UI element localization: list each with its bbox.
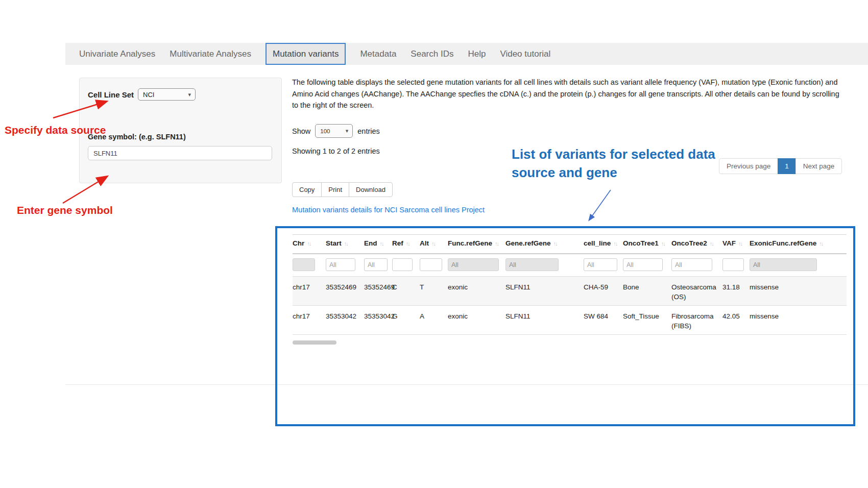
copy-button[interactable]: Copy: [292, 182, 322, 197]
sort-icon[interactable]: ↑↓: [738, 240, 742, 247]
filter-input-start[interactable]: [326, 258, 355, 271]
sort-icon[interactable]: ↑↓: [307, 240, 310, 247]
annotation-enter-gene-symbol: Enter gene symbol: [17, 204, 113, 216]
sort-icon[interactable]: ↑↓: [344, 240, 348, 247]
cell-oncotree2: Osteosarcoma (OS): [671, 277, 722, 306]
column-header-exonicfunc-refgene[interactable]: ExonicFunc.refGene↑↓: [750, 235, 847, 254]
previous-page-button[interactable]: Previous page: [719, 158, 778, 174]
scrollbar-thumb[interactable]: [293, 340, 336, 345]
column-label: Chr: [293, 239, 304, 247]
cell-line-set-value: NCI: [143, 91, 154, 99]
cell-ref: G: [392, 306, 420, 335]
annotation-specify-data-source: Specify data source: [5, 124, 106, 136]
gene-symbol-input[interactable]: [88, 146, 272, 160]
cell-gene-refgene: SLFN11: [505, 306, 584, 335]
sort-icon[interactable]: ↑↓: [819, 240, 823, 247]
filter-select-gene-refgene[interactable]: All: [505, 258, 559, 271]
tab-metadata[interactable]: Metadata: [360, 43, 396, 65]
filter-cell-oncotree2: [671, 254, 722, 277]
sort-icon[interactable]: ↑↓: [431, 240, 435, 247]
tab-univariate-analyses[interactable]: Univariate Analyses: [79, 43, 155, 65]
filter-select-func-refgene[interactable]: All: [448, 258, 499, 271]
tab-video-tutorial[interactable]: Video tutorial: [500, 43, 550, 65]
next-page-button[interactable]: Next page: [795, 158, 842, 174]
cell-vaf: 31.18: [722, 277, 750, 306]
cell-start: 35352469: [326, 277, 364, 306]
cell-cell-line: SW 684: [584, 306, 623, 335]
sort-icon[interactable]: ↑↓: [380, 240, 383, 247]
annotation-list-of-variants: List of variants for selected data sourc…: [512, 145, 739, 182]
description-text: The following table displays the selecte…: [292, 77, 842, 111]
column-header-vaf[interactable]: VAF↑↓: [722, 235, 750, 254]
filter-cell-cell-line: [584, 254, 623, 277]
table-body: chr173535246935352469CTexonicSLFN11CHA-5…: [293, 277, 847, 335]
tab-search-ids[interactable]: Search IDs: [411, 43, 453, 65]
column-header-alt[interactable]: Alt↑↓: [420, 235, 448, 254]
filter-select-exonicfunc-refgene[interactable]: All: [750, 258, 817, 271]
cell-exonicfunc-refgene: missense: [750, 306, 847, 335]
sort-icon[interactable]: ↑↓: [553, 240, 557, 247]
table-header-row: Chr↑↓Start↑↓End↑↓Ref↑↓Alt↑↓Func.refGene↑…: [293, 235, 847, 254]
column-label: OncoTree1: [623, 239, 659, 247]
chevron-down-icon: ▾: [188, 91, 191, 98]
cell-oncotree2: Fibrosarcoma (FIBS): [671, 306, 722, 335]
current-page-button[interactable]: 1: [778, 158, 796, 174]
cell-alt: A: [420, 306, 448, 335]
filter-input-end[interactable]: [364, 258, 388, 271]
tab-multivariate-analyses[interactable]: Multivariate Analyses: [170, 43, 251, 65]
filter-input-cell-line[interactable]: [584, 258, 617, 271]
cell-func-refgene: exonic: [448, 306, 505, 335]
print-button[interactable]: Print: [321, 182, 349, 197]
table-caption-link[interactable]: Mutation variants details for NCI Sarcom…: [292, 206, 485, 214]
sort-icon[interactable]: ↑↓: [495, 240, 498, 247]
filter-cell-func-refgene: All: [448, 254, 505, 277]
sort-icon[interactable]: ↑↓: [710, 240, 713, 247]
column-header-func-refgene[interactable]: Func.refGene↑↓: [448, 235, 505, 254]
filter-input-oncotree2[interactable]: [671, 258, 712, 271]
cell-line-set-select[interactable]: NCI ▾: [138, 88, 196, 101]
cell-vaf: 42.05: [722, 306, 750, 335]
cell-exonicfunc-refgene: missense: [750, 277, 847, 306]
filter-input-ref[interactable]: [392, 258, 413, 271]
filter-input-vaf[interactable]: [722, 258, 744, 271]
gene-symbol-label: Gene symbol: (e.g. SLFN11): [88, 133, 275, 141]
filter-input-oncotree1[interactable]: [623, 258, 663, 271]
sort-icon[interactable]: ↑↓: [661, 240, 665, 247]
sort-icon[interactable]: ↑↓: [406, 240, 409, 247]
filter-select-chr[interactable]: [293, 258, 315, 271]
cell-chr: chr17: [293, 306, 326, 335]
column-header-end[interactable]: End↑↓: [364, 235, 392, 254]
column-header-start[interactable]: Start↑↓: [326, 235, 364, 254]
tab-help[interactable]: Help: [468, 43, 486, 65]
column-header-cell-line[interactable]: cell_line↑↓: [584, 235, 623, 254]
entries-label: entries: [357, 127, 380, 135]
table-filter-row: AllAllAll: [293, 254, 847, 277]
filter-input-alt[interactable]: [420, 258, 442, 271]
column-header-oncotree2[interactable]: OncoTree2↑↓: [671, 235, 722, 254]
column-label: End: [364, 239, 377, 247]
column-header-ref[interactable]: Ref↑↓: [392, 235, 420, 254]
filter-cell-vaf: [722, 254, 750, 277]
cell-end: 35353042: [364, 306, 392, 335]
page: Univariate AnalysesMultivariate Analyses…: [0, 0, 868, 488]
sort-icon[interactable]: ↑↓: [613, 240, 617, 247]
column-header-oncotree1[interactable]: OncoTree1↑↓: [623, 235, 671, 254]
cell-end: 35352469: [364, 277, 392, 306]
cell-cell-line: CHA-59: [584, 277, 623, 306]
column-header-chr[interactable]: Chr↑↓: [293, 235, 326, 254]
horizontal-scrollbar[interactable]: [293, 340, 847, 345]
tab-mutation-variants[interactable]: Mutation variants: [266, 43, 346, 65]
filter-cell-gene-refgene: All: [505, 254, 584, 277]
chevron-down-icon: ▾: [346, 128, 349, 134]
column-label: Alt: [420, 239, 429, 247]
cell-chr: chr17: [293, 277, 326, 306]
column-label: Func.refGene: [448, 239, 492, 247]
cell-ref: C: [392, 277, 420, 306]
column-label: Gene.refGene: [505, 239, 551, 247]
table-row[interactable]: chr173535246935352469CTexonicSLFN11CHA-5…: [293, 277, 847, 306]
table-row[interactable]: chr173535304235353042GAexonicSLFN11SW 68…: [293, 306, 847, 335]
page-length-select[interactable]: 100 ▾: [315, 124, 353, 138]
filter-cell-alt: [420, 254, 448, 277]
download-button[interactable]: Download: [349, 182, 393, 197]
column-header-gene-refgene[interactable]: Gene.refGene↑↓: [505, 235, 584, 254]
